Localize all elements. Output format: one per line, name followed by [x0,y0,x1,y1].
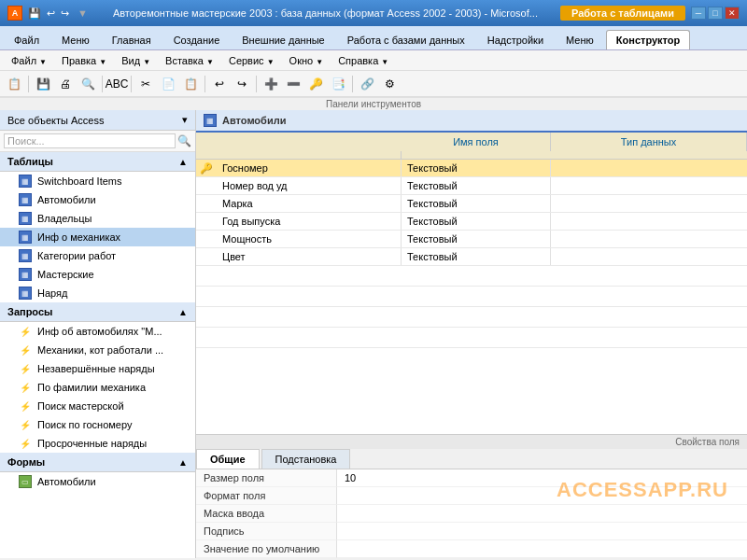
tab-addons[interactable]: Надстройки [477,30,554,49]
sidebar-item-vladeltsy[interactable]: ▦ Владельцы [0,209,195,228]
tab-file[interactable]: Файл [4,30,49,49]
sidebar-item-switchboard[interactable]: ▦ Switchboard Items [0,172,195,190]
field-desc-cell[interactable] [551,165,747,171]
sidebar-item-mekhaniki[interactable]: ▦ Инф о механиках [0,228,195,246]
tab-menu2[interactable]: Меню [556,30,604,49]
toolbar-preview[interactable]: 🔍 [78,74,98,94]
title-bar-left: A 💾 ↩ ↪ ▼ [7,6,91,21]
prop-value-mask[interactable] [336,505,747,523]
section-tables[interactable]: Таблицы ▲ [0,152,195,172]
props-tab-general[interactable]: Общие [196,449,260,469]
toolbar-indexes[interactable]: 📑 [328,74,348,94]
table-row[interactable]: 🔑 Госномер Текстовый [196,160,747,177]
table-row[interactable]: Цвет Текстовый [196,248,747,266]
field-type-cell[interactable]: Текстовый [402,213,551,230]
table-row[interactable]: Марка Текстовый [196,195,747,213]
sidebar-item-q1[interactable]: ⚡ Инф об автомобилях "М... [0,322,195,341]
field-name-cell[interactable]: Госномер [217,160,402,176]
toolbar-cut[interactable]: ✂ [135,74,156,94]
sidebar-item-q2[interactable]: ⚡ Механики, кот работали ... [0,341,195,359]
menu-view[interactable]: Вид ▼ [114,53,158,68]
tab-external[interactable]: Внешние данные [232,30,334,49]
tab-create[interactable]: Создание [163,30,231,49]
field-name-cell[interactable]: Мощность [217,231,402,247]
query-icon: ⚡ [19,325,32,338]
sidebar-header-chevron[interactable]: ▾ [182,114,188,126]
toolbar-delete-rows[interactable]: ➖ [283,74,303,94]
sidebar-item-kategorii[interactable]: ▦ Категории работ [0,246,195,265]
field-desc-cell[interactable] [551,183,747,189]
field-properties: Общие Подстановка Размер поля 10 Формат … [196,449,747,558]
menu-window[interactable]: Окно ▼ [282,53,331,68]
sidebar-item-q3[interactable]: ⚡ Незавершённые наряды [0,359,195,378]
table-icon: ▦ [19,268,32,281]
sidebar-item-label: Механики, кот работали ... [37,344,163,356]
toolbar-view[interactable]: 📋 [4,74,24,94]
toolbar-relations[interactable]: 🔗 [357,74,377,94]
sidebar-item-naryad[interactable]: ▦ Наряд [0,284,195,302]
prop-value-caption[interactable] [336,523,747,540]
props-tab-lookup[interactable]: Подстановка [261,449,351,469]
menu-help[interactable]: Справка ▼ [331,53,396,68]
toolbar-copy[interactable]: 📄 [158,74,178,94]
maximize-button[interactable]: □ [708,7,723,20]
field-type-cell[interactable]: Текстовый [402,177,551,194]
table-row[interactable]: Мощность Текстовый [196,231,747,248]
sidebar-item-label: Наряд [37,287,67,299]
prop-value-default[interactable] [336,540,747,558]
prop-value-size[interactable]: 10 [336,469,747,487]
quick-access-save[interactable]: 💾 [28,7,41,20]
sidebar-item-form-avtomobili[interactable]: ▭ Автомобили [0,472,195,491]
toolbar-props[interactable]: ⚙ [379,74,400,94]
menu-file[interactable]: Файл ▼ [4,53,54,68]
close-button[interactable]: ✕ [725,7,740,20]
tab-database[interactable]: Работа с базами данных [337,30,475,49]
sidebar-item-masterskie[interactable]: ▦ Мастерские [0,265,195,284]
field-name-cell[interactable]: Номер вод уд [217,177,402,194]
field-desc-cell[interactable] [551,236,747,242]
field-desc-cell[interactable] [551,254,747,259]
field-name-cell[interactable]: Год выпуска [217,213,402,230]
field-type-cell[interactable]: Текстовый [402,160,551,176]
toolbar-primary-key[interactable]: 🔑 [305,74,326,94]
menu-service[interactable]: Сервис ▼ [221,53,282,68]
sidebar-item-avtomobili[interactable]: ▦ Автомобили [0,190,195,209]
section-forms-label: Формы [7,456,45,468]
toolbar-print[interactable]: 🖨 [55,74,76,94]
section-queries[interactable]: Запросы ▲ [0,302,195,322]
col-fieldname: Имя поля [402,133,551,151]
table-header-tab: ▦ Автомобили [196,110,747,133]
toolbar-insert-rows[interactable]: ➕ [261,74,281,94]
sidebar-item-q5[interactable]: ⚡ Поиск мастерской [0,397,195,415]
toolbar-redo[interactable]: ↪ [232,74,252,94]
prop-value-format[interactable] [336,487,747,505]
menu-edit[interactable]: Правка ▼ [54,53,114,68]
sidebar-item-q4[interactable]: ⚡ По фамилии механика [0,378,195,397]
field-type-cell[interactable]: Текстовый [402,248,551,265]
toolbar-paste[interactable]: 📋 [180,74,201,94]
minimize-button[interactable]: ─ [691,7,706,20]
table-row[interactable]: Номер вод уд Текстовый [196,177,747,195]
toolbar-save[interactable]: 💾 [33,74,53,94]
query-icon: ⚡ [19,437,32,450]
sidebar-item-q6[interactable]: ⚡ Поиск по госномеру [0,415,195,434]
toolbar-spell[interactable]: ABC [106,74,127,94]
field-desc-cell[interactable] [551,201,747,206]
field-type-cell[interactable]: Текстовый [402,231,551,247]
quick-access-redo[interactable]: ↪ [61,7,69,20]
tab-home[interactable]: Главная [102,30,162,49]
quick-access-undo[interactable]: ↩ [47,7,55,20]
field-desc-cell[interactable] [551,218,747,224]
search-input[interactable] [4,133,176,148]
field-name-cell[interactable]: Цвет [217,248,402,265]
props-tabs: Общие Подстановка [196,449,747,469]
tab-constructor[interactable]: Конструктор [606,30,690,49]
sidebar-item-q7[interactable]: ⚡ Просроченные наряды [0,434,195,453]
tab-menu1[interactable]: Меню [51,30,100,49]
section-forms[interactable]: Формы ▲ [0,453,195,472]
table-row[interactable]: Год выпуска Текстовый [196,213,747,231]
menu-insert[interactable]: Вставка ▼ [158,53,221,68]
field-name-cell[interactable]: Марка [217,195,402,212]
field-type-cell[interactable]: Текстовый [402,195,551,212]
toolbar-undo[interactable]: ↩ [209,74,230,94]
